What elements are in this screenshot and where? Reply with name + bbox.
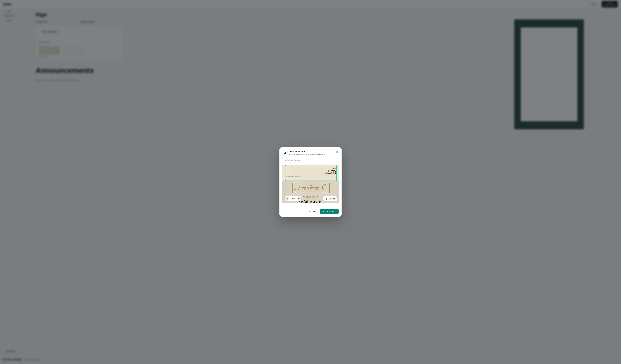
crop-icon — [282, 150, 288, 155]
swirl-left-icon: ༄ — [303, 195, 305, 198]
crop-stage[interactable]: בית המדרש שבט הלוי בנשיאות אב״ד ור״מ שלי… — [282, 165, 339, 203]
letterhead-name-input[interactable] — [282, 158, 339, 163]
close-button[interactable] — [335, 150, 339, 154]
zoom-value: 100% — [289, 196, 297, 201]
crop-selection[interactable] — [285, 166, 337, 181]
modal-subtitle: Ensure that the entire letterhead is in … — [289, 153, 325, 155]
center-button-label: Center — [329, 198, 335, 200]
swirl-right-icon: ༄ — [316, 195, 318, 198]
cancel-button[interactable]: Cancel — [307, 209, 318, 214]
zoom-control: 100% — [285, 196, 301, 201]
modal-footer: Cancel Add letterhead — [279, 206, 342, 216]
stage-banner-line2: מכירת חמץ — [293, 186, 329, 190]
add-letterhead-modal: Add letterhead Ensure that the entire le… — [279, 148, 342, 216]
modal-title: Add letterhead — [289, 150, 325, 153]
stage-gold-banner: זמני מכירת חמץ — [292, 183, 330, 193]
stage-evening-text: ליל רביעי — [306, 195, 315, 198]
close-icon — [336, 151, 338, 153]
zoom-in-icon — [298, 198, 300, 200]
center-icon — [325, 198, 328, 200]
confirm-add-letterhead-button[interactable]: Add letterhead — [320, 209, 339, 214]
zoom-out-icon — [286, 198, 288, 200]
crop-handle-top-right[interactable] — [336, 165, 337, 166]
zoom-out-button[interactable] — [285, 196, 289, 201]
crop-handle-top-left[interactable] — [285, 165, 286, 166]
zoom-in-button[interactable] — [297, 196, 301, 201]
center-button[interactable]: Center — [323, 196, 337, 201]
